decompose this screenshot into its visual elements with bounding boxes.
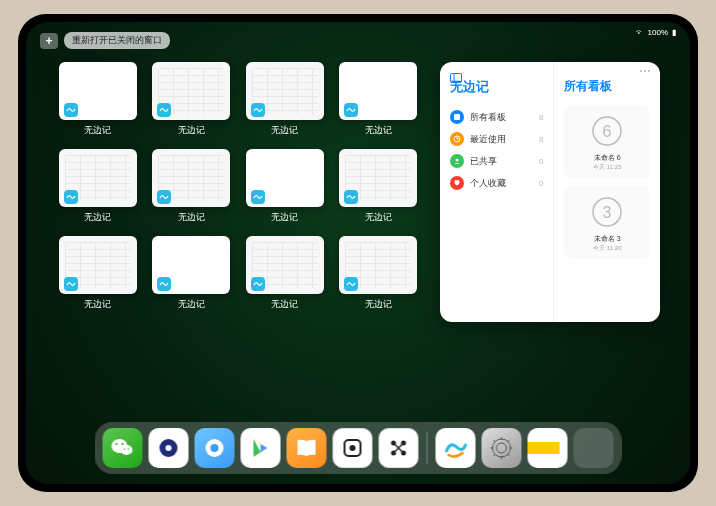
row-icon — [450, 132, 464, 146]
dock-app-dice[interactable] — [333, 428, 373, 468]
window-thumbnail[interactable]: 无边记 — [243, 62, 327, 137]
board-name: 未命名 3 — [570, 234, 644, 244]
thumbnail-label: 无边记 — [271, 124, 298, 137]
dock — [95, 422, 622, 474]
dock-app-books[interactable] — [287, 428, 327, 468]
thumbnail-label: 无边记 — [178, 124, 205, 137]
board-card[interactable]: 3未命名 3今天 11:20 — [564, 186, 650, 259]
freeform-panel[interactable]: 无边记 所有看板8最近使用8已共享0个人收藏0 所有看板 6未命名 6今天 11… — [440, 62, 660, 322]
sidebar-row[interactable]: 个人收藏0 — [450, 172, 543, 194]
status-bar: ᯤ 100% ▮ — [636, 28, 676, 37]
dock-app-settings[interactable] — [482, 428, 522, 468]
thumbnail-preview — [152, 236, 230, 294]
thumbnail-label: 无边记 — [84, 124, 111, 137]
board-date: 今天 11:25 — [570, 163, 644, 172]
svg-point-18 — [166, 445, 172, 451]
thumbnail-label: 无边记 — [365, 124, 392, 137]
board-sketch: 6 — [587, 111, 627, 151]
freeform-app-icon — [251, 190, 265, 204]
new-window-button[interactable]: + — [40, 33, 58, 49]
battery-icon: ▮ — [672, 28, 676, 37]
window-thumbnail[interactable]: 无边记 — [337, 149, 421, 224]
window-thumbnail[interactable]: 无边记 — [337, 62, 421, 137]
board-date: 今天 11:20 — [570, 244, 644, 253]
freeform-app-icon — [344, 103, 358, 117]
board-card[interactable]: 6未命名 6今天 11:25 — [564, 105, 650, 178]
thumbnail-preview — [152, 62, 230, 120]
thumbnail-preview — [152, 149, 230, 207]
freeform-app-icon — [64, 103, 78, 117]
row-label: 最近使用 — [470, 133, 533, 146]
thumbnail-preview — [59, 236, 137, 294]
thumbnail-label: 无边记 — [365, 298, 392, 311]
thumbnail-preview — [339, 236, 417, 294]
svg-line-35 — [494, 440, 496, 442]
thumbnail-label: 无边记 — [178, 298, 205, 311]
dock-app-wechat[interactable] — [103, 428, 143, 468]
svg-line-36 — [508, 454, 510, 456]
svg-text:6: 6 — [603, 123, 612, 140]
window-thumbnail[interactable]: 无边记 — [243, 236, 327, 311]
window-thumbnail[interactable]: 无边记 — [337, 236, 421, 311]
dock-app-library[interactable] — [574, 428, 614, 468]
freeform-app-icon — [157, 103, 171, 117]
boards-title: 所有看板 — [564, 78, 650, 95]
panel-sidebar: 无边记 所有看板8最近使用8已共享0个人收藏0 — [440, 62, 554, 322]
thumbnail-preview — [339, 62, 417, 120]
dock-app-connect[interactable] — [379, 428, 419, 468]
row-count: 8 — [539, 113, 543, 122]
screen: ᯤ 100% ▮ + 重新打开已关闭的窗口 无边记无边记无边记无边记无边记无边记… — [26, 22, 690, 484]
svg-point-13 — [116, 443, 118, 445]
row-icon — [450, 110, 464, 124]
svg-point-16 — [128, 448, 129, 449]
battery-label: 100% — [648, 28, 668, 37]
dock-separator — [427, 432, 428, 464]
row-label: 已共享 — [470, 155, 533, 168]
thumbnail-preview — [59, 62, 137, 120]
thumbnail-label: 无边记 — [271, 211, 298, 224]
thumbnail-label: 无边记 — [178, 211, 205, 224]
sidebar-row[interactable]: 已共享0 — [450, 150, 543, 172]
svg-rect-0 — [451, 74, 462, 83]
freeform-app-icon — [64, 190, 78, 204]
thumbnail-label: 无边记 — [365, 211, 392, 224]
thumbnail-preview — [59, 149, 137, 207]
row-count: 0 — [539, 179, 543, 188]
svg-text:3: 3 — [603, 204, 612, 221]
dock-app-freeform[interactable] — [436, 428, 476, 468]
board-sketch: 3 — [587, 192, 627, 232]
window-thumbnail[interactable]: 无边记 — [56, 149, 140, 224]
window-thumbnail[interactable]: 无边记 — [150, 149, 234, 224]
wifi-icon: ᯤ — [636, 28, 644, 37]
sidebar-row[interactable]: 最近使用8 — [450, 128, 543, 150]
sidebar-row[interactable]: 所有看板8 — [450, 106, 543, 128]
thumbnail-preview — [339, 149, 417, 207]
panel-title: 无边记 — [450, 78, 543, 96]
row-count: 0 — [539, 157, 543, 166]
window-thumbnail[interactable]: 无边记 — [150, 236, 234, 311]
svg-point-14 — [122, 443, 124, 445]
sidebar-toggle-icon[interactable] — [450, 70, 462, 88]
freeform-app-icon — [251, 277, 265, 291]
row-label: 所有看板 — [470, 111, 533, 124]
dock-app-quark[interactable] — [149, 428, 189, 468]
thumbnail-label: 无边记 — [271, 298, 298, 311]
thumbnail-preview — [246, 149, 324, 207]
window-thumbnail[interactable]: 无边记 — [56, 236, 140, 311]
dock-app-browser[interactable] — [195, 428, 235, 468]
content-area: 无边记无边记无边记无边记无边记无边记无边记无边记无边记无边记无边记无边记 无边记… — [56, 62, 660, 416]
freeform-app-icon — [64, 277, 78, 291]
window-thumbnail[interactable]: 无边记 — [150, 62, 234, 137]
window-thumbnail[interactable]: 无边记 — [243, 149, 327, 224]
window-grid: 无边记无边记无边记无边记无边记无边记无边记无边记无边记无边记无边记无边记 — [56, 62, 420, 416]
svg-point-15 — [124, 448, 125, 449]
svg-point-12 — [121, 445, 133, 455]
window-thumbnail[interactable]: 无边记 — [56, 62, 140, 137]
dock-app-notes[interactable] — [528, 428, 568, 468]
reopen-closed-window-button[interactable]: 重新打开已关闭的窗口 — [64, 32, 170, 49]
row-icon — [450, 176, 464, 190]
svg-point-22 — [350, 445, 356, 451]
row-count: 8 — [539, 135, 543, 144]
svg-line-38 — [494, 454, 496, 456]
dock-app-play[interactable] — [241, 428, 281, 468]
